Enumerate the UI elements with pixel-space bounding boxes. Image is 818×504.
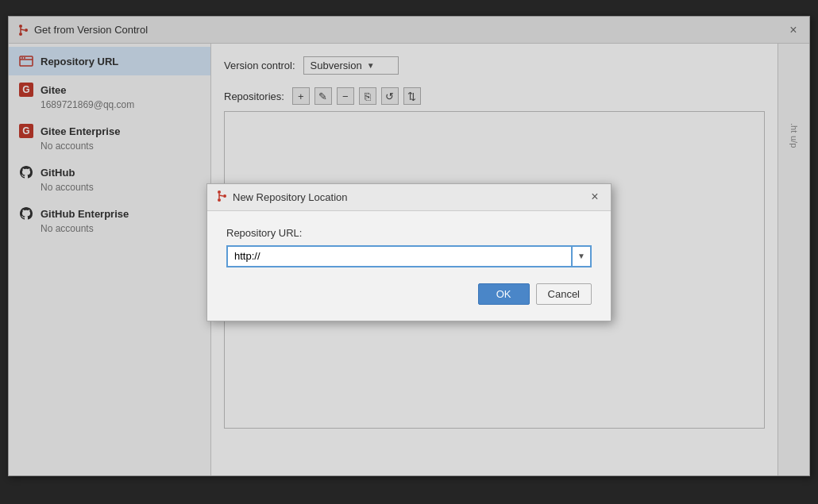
modal-close-button[interactable]: ×	[587, 189, 603, 205]
svg-point-10	[218, 198, 221, 202]
modal-overlay: New Repository Location × Repository URL…	[0, 0, 818, 504]
modal-titlebar: New Repository Location ×	[207, 184, 611, 211]
modal-ok-button[interactable]: OK	[478, 283, 530, 305]
svg-point-9	[218, 190, 221, 194]
svg-point-11	[223, 194, 226, 198]
repository-url-input-row: ▼	[226, 245, 592, 267]
modal-body: Repository URL: ▼ OK Cancel	[207, 211, 611, 321]
modal-title-icon	[215, 190, 228, 205]
modal-title-group: New Repository Location	[215, 190, 348, 205]
modal-buttons: OK Cancel	[226, 283, 592, 308]
modal-title-text: New Repository Location	[233, 191, 348, 203]
repository-url-input[interactable]	[226, 245, 573, 267]
new-repository-location-dialog: New Repository Location × Repository URL…	[206, 183, 612, 321]
repository-url-dropdown-button[interactable]: ▼	[573, 245, 592, 267]
repository-url-field-label: Repository URL:	[226, 227, 592, 239]
modal-cancel-button[interactable]: Cancel	[536, 283, 592, 305]
svg-line-13	[219, 195, 223, 196]
